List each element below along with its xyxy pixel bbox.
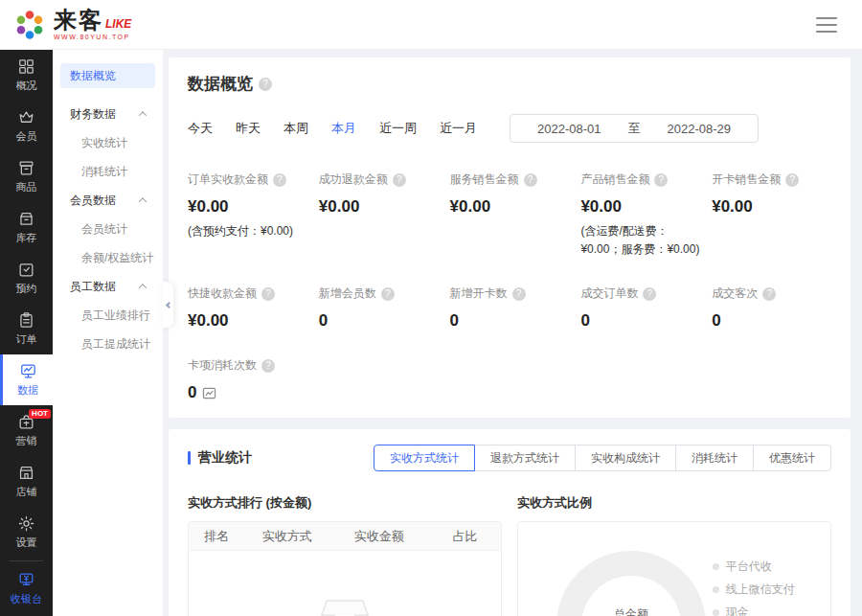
help-icon[interactable]: ?: [381, 287, 395, 301]
help-icon[interactable]: ?: [261, 359, 275, 373]
sidebar-item-label: 设置: [16, 536, 37, 550]
filter-this-week[interactable]: 本周: [284, 120, 308, 137]
hot-badge: HOT: [29, 409, 51, 419]
sidebar-collapse-handle[interactable]: [162, 282, 173, 328]
date-end[interactable]: 2022-08-29: [641, 122, 759, 136]
filter-today[interactable]: 今天: [188, 120, 213, 137]
tab-payment-method-stats[interactable]: 实收方式统计: [374, 445, 475, 471]
date-separator: 至: [628, 120, 641, 137]
stat-value: ¥0.00: [712, 197, 831, 217]
sidebar-item-label: 订单: [16, 332, 37, 347]
stat-value: 0: [450, 311, 570, 331]
sidebar-item-inventory[interactable]: 库存: [0, 202, 53, 253]
column-amount: 实收金额: [329, 528, 429, 545]
help-icon[interactable]: ?: [261, 287, 275, 301]
sidebar-item-cashier[interactable]: 收银台: [0, 561, 53, 616]
sidebar-item-products[interactable]: 商品: [0, 151, 53, 202]
filter-last-week[interactable]: 近一周: [379, 120, 417, 137]
submenu-group-finance[interactable]: 财务数据: [60, 100, 155, 128]
stat-label: 产品销售金额: [580, 171, 649, 188]
submenu-group-member[interactable]: 会员数据: [60, 186, 155, 215]
date-range-picker[interactable]: 2022-08-01 至 2022-08-29: [510, 114, 759, 143]
sidebar-item-shop[interactable]: 店铺: [0, 456, 53, 507]
stat-value: ¥0.00: [319, 197, 439, 217]
storefront-icon: [17, 464, 35, 482]
stat-order-income: 订单实收款金额? ¥0.00 (含预约支付：¥0.00): [188, 171, 307, 259]
stat-value: ¥0.00: [188, 197, 307, 217]
sidebar-item-overview[interactable]: 概况: [0, 50, 53, 101]
legend-item[interactable]: 线上微信支付: [713, 582, 807, 598]
help-icon[interactable]: ?: [273, 173, 286, 187]
help-icon[interactable]: ?: [512, 287, 526, 301]
legend-item[interactable]: 平台代收: [713, 559, 807, 575]
stat-new-cards: 新增开卡数? 0: [450, 285, 570, 331]
help-icon[interactable]: ?: [259, 78, 272, 91]
stat-label: 卡项消耗次数: [188, 357, 257, 374]
submenu-item-data-overview[interactable]: 数据概览: [60, 63, 155, 88]
help-icon[interactable]: ?: [762, 287, 776, 301]
submenu-item-label: 消耗统计: [81, 164, 127, 180]
chevron-left-icon: [165, 301, 171, 308]
tab-discount-stats[interactable]: 优惠统计: [753, 445, 831, 471]
stat-deal-orders: 成交订单数? 0: [580, 285, 700, 331]
calendar-check-icon: [17, 261, 35, 279]
sidebar-item-booking[interactable]: 预约: [0, 253, 53, 304]
submenu-item-consume-stats[interactable]: 消耗统计: [60, 157, 155, 186]
sidebar-item-label: 店铺: [16, 485, 37, 499]
stat-service-sales: 服务销售金额? ¥0.00: [450, 171, 570, 259]
stat-label: 新增开卡数: [450, 285, 508, 302]
sidebar-item-data[interactable]: 数据: [0, 354, 53, 405]
logo-pinwheel-icon: [11, 7, 48, 43]
legend-dot: [713, 563, 719, 570]
submenu-item-member-stats[interactable]: 会员统计: [60, 215, 155, 243]
help-icon[interactable]: ?: [654, 173, 668, 187]
stat-label: 服务销售金额: [450, 171, 519, 188]
secondary-sidebar: 数据概览 财务数据 实收统计 消耗统计 会员数据 会员统计 余额/权益统计: [53, 50, 163, 616]
date-filter-row: 今天 昨天 本周 本月 近一周 近一月 2022-08-01 至 2022-08…: [188, 114, 831, 143]
main-content: 数据概览 ? 今天 昨天 本周 本月 近一周 近一月 2022-08-01 至 …: [163, 50, 862, 616]
sidebar-item-orders[interactable]: 订单: [0, 304, 53, 354]
donut-center-label: 总金额: [614, 606, 648, 616]
package-icon: [17, 159, 35, 177]
sidebar-item-members[interactable]: 会员: [0, 101, 53, 151]
tab-income-composition-stats[interactable]: 实收构成统计: [575, 445, 676, 471]
column-ratio: 占比: [429, 528, 501, 545]
submenu-group-staff[interactable]: 员工数据: [60, 272, 155, 301]
cash-register-icon: [17, 571, 35, 589]
tab-refund-method-stats[interactable]: 退款方式统计: [474, 445, 576, 471]
sidebar-item-label: 概况: [16, 79, 37, 93]
submenu-item-label: 数据概览: [70, 68, 116, 84]
app-root: 来客 LIKE WWW.80YUN.TOP 概况 会员 商品: [0, 0, 862, 616]
submenu-item-balance-stats[interactable]: 余额/权益统计: [60, 243, 155, 272]
submenu-group-label: 会员数据: [70, 193, 116, 209]
submenu-item-label: 实收统计: [81, 135, 127, 151]
data-overview-card: 数据概览 ? 今天 昨天 本周 本月 近一周 近一月 2022-08-01 至 …: [169, 57, 851, 418]
legend-dot: [713, 586, 719, 593]
report-detail-icon[interactable]: [202, 387, 216, 399]
sidebar-item-settings[interactable]: 设置: [0, 507, 53, 558]
help-icon[interactable]: ?: [393, 173, 406, 187]
rank-panel-title: 实收方式排行 (按金额): [188, 494, 502, 512]
donut-chart: 总金额 ¥0.00: [556, 551, 706, 616]
legend-item[interactable]: 现金: [713, 605, 807, 616]
sidebar-item-label: 会员: [16, 129, 37, 144]
hamburger-menu-icon[interactable]: [816, 17, 837, 33]
help-icon[interactable]: ?: [524, 173, 537, 187]
filter-this-month[interactable]: 本月: [331, 120, 356, 137]
filter-last-month[interactable]: 近一月: [440, 120, 477, 137]
sidebar-item-marketing[interactable]: HOT 营销: [0, 405, 53, 456]
gear-icon: [17, 514, 35, 533]
filter-yesterday[interactable]: 昨天: [236, 120, 261, 137]
help-icon[interactable]: ?: [643, 287, 656, 301]
help-icon[interactable]: ?: [785, 173, 799, 187]
submenu-item-staff-rank[interactable]: 员工业绩排行: [60, 301, 155, 330]
chevron-up-icon: [139, 284, 147, 291]
submenu-item-income-stats[interactable]: 实收统计: [60, 128, 155, 157]
stat-value: 0: [580, 311, 700, 331]
sidebar-item-label: 营销: [16, 434, 37, 448]
date-start[interactable]: 2022-08-01: [510, 122, 628, 136]
sidebar-item-label: 收银台: [11, 592, 42, 606]
submenu-item-staff-commission[interactable]: 员工提成统计: [60, 330, 155, 358]
brand-logo: 来客 LIKE WWW.80YUN.TOP: [11, 7, 131, 43]
tab-consume-stats[interactable]: 消耗统计: [675, 445, 754, 471]
